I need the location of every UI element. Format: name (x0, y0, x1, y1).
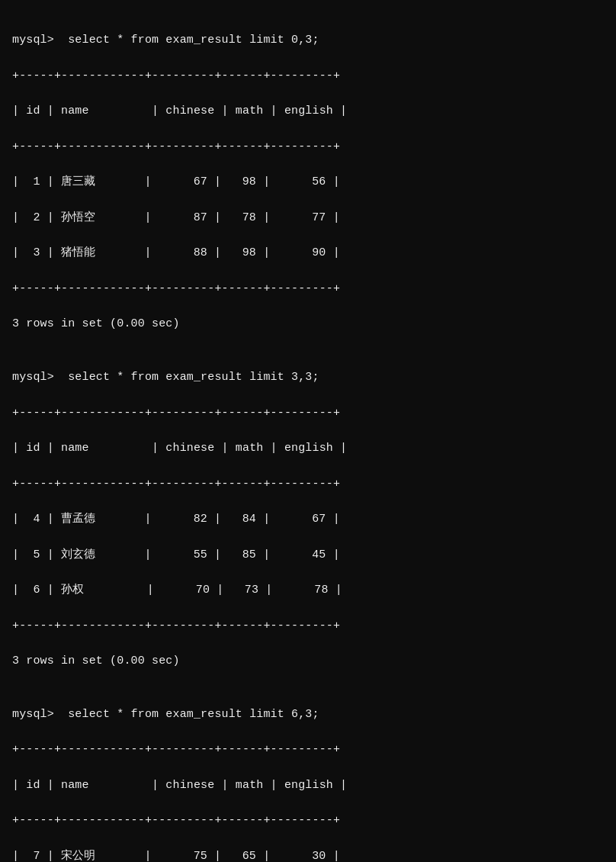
row-1-2: | 2 | 孙悟空 | 87 | 78 | 77 | (12, 209, 604, 227)
separator-1-top: +-----+------------+---------+------+---… (12, 67, 604, 85)
separator-2-top: +-----+------------+---------+------+---… (12, 404, 604, 422)
result-1: 3 rows in set (0.00 sec) (12, 315, 604, 333)
separator-1-head: +-----+------------+---------+------+---… (12, 138, 604, 156)
separator-3-head: +-----+------------+---------+------+---… (12, 812, 604, 829)
separator-2-head: +-----+------------+---------+------+---… (12, 475, 604, 493)
row-2-3: | 6 | 孙权 | 70 | 73 | 78 | (12, 581, 604, 599)
command-1: mysql> select * from exam_result limit 0… (12, 31, 604, 49)
separator-2-bot: +-----+------------+---------+------+---… (12, 617, 604, 635)
header-3: | id | name | chinese | math | english | (12, 777, 604, 794)
header-1: | id | name | chinese | math | english | (12, 102, 604, 120)
row-1-3: | 3 | 猪悟能 | 88 | 98 | 90 | (12, 244, 604, 262)
command-2: mysql> select * from exam_result limit 3… (12, 368, 604, 386)
separator-3-top: +-----+------------+---------+------+---… (12, 741, 604, 758)
separator-1-bot: +-----+------------+---------+------+---… (12, 280, 604, 298)
row-1-1: | 1 | 唐三藏 | 67 | 98 | 56 | (12, 173, 604, 191)
result-2: 3 rows in set (0.00 sec) (12, 652, 604, 670)
command-3: mysql> select * from exam_result limit 6… (12, 706, 604, 723)
row-3-1: | 7 | 宋公明 | 75 | 65 | 30 | (12, 848, 604, 862)
terminal-output: mysql> select * from exam_result limit 0… (12, 14, 604, 862)
header-2: | id | name | chinese | math | english | (12, 439, 604, 457)
row-2-1: | 4 | 曹孟德 | 82 | 84 | 67 | (12, 510, 604, 528)
row-2-2: | 5 | 刘玄德 | 55 | 85 | 45 | (12, 546, 604, 564)
